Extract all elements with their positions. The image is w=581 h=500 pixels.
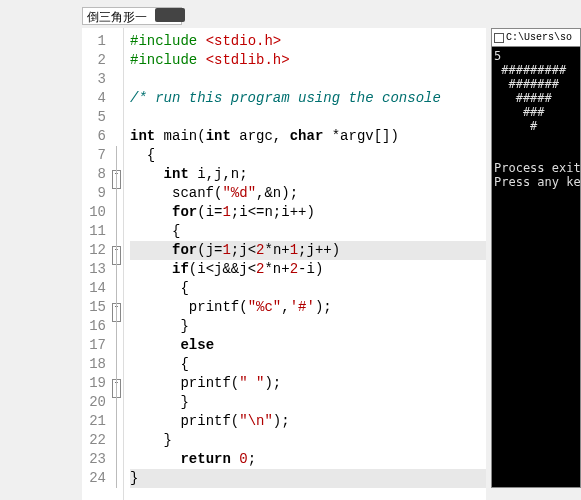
line-number: 3 [82, 70, 106, 89]
fold-cell [110, 431, 123, 450]
fold-cell [110, 32, 123, 51]
fold-cell [110, 127, 123, 146]
fold-cell [110, 203, 123, 222]
line-number-gutter: 123456789101112131415161718192021222324 [82, 28, 110, 500]
console-window[interactable]: C:\Users\so 5 ######### ####### ##### ##… [491, 28, 581, 488]
line-number: 7 [82, 146, 106, 165]
console-output: 5 ######### ####### ##### ### # Process … [492, 47, 580, 191]
fold-cell [110, 450, 123, 469]
fold-cell [110, 298, 123, 317]
code-line[interactable]: } [130, 393, 486, 412]
fold-cell[interactable]: - [110, 146, 123, 165]
line-number: 21 [82, 412, 106, 431]
code-line[interactable] [130, 108, 486, 127]
code-line[interactable]: return 0; [130, 450, 486, 469]
code-line[interactable] [130, 70, 486, 89]
fold-cell [110, 108, 123, 127]
fold-cell [110, 165, 123, 184]
fold-cell [110, 51, 123, 70]
code-editor[interactable]: 123456789101112131415161718192021222324 … [82, 28, 486, 500]
code-line[interactable]: printf("\n"); [130, 412, 486, 431]
fold-cell [110, 336, 123, 355]
line-number: 8 [82, 165, 106, 184]
code-line[interactable]: /* run this program using the console [130, 89, 486, 108]
console-titlebar[interactable]: C:\Users\so [492, 29, 580, 47]
code-line[interactable]: #include <stdio.h> [130, 32, 486, 51]
line-number: 11 [82, 222, 106, 241]
line-number: 2 [82, 51, 106, 70]
fold-cell[interactable]: - [110, 222, 123, 241]
code-line[interactable]: int i,j,n; [130, 165, 486, 184]
console-icon [494, 33, 504, 43]
fold-cell [110, 184, 123, 203]
console-title-text: C:\Users\so [506, 32, 572, 43]
fold-cell [110, 89, 123, 108]
code-line[interactable]: { [130, 146, 486, 165]
line-number: 24 [82, 469, 106, 488]
line-number: 4 [82, 89, 106, 108]
line-number: 10 [82, 203, 106, 222]
fold-cell [110, 412, 123, 431]
line-number: 15 [82, 298, 106, 317]
fold-cell [110, 241, 123, 260]
code-line[interactable]: } [130, 317, 486, 336]
line-number: 23 [82, 450, 106, 469]
code-area[interactable]: #include <stdio.h>#include <stdlib.h> /*… [124, 28, 486, 500]
fold-column[interactable]: ---- [110, 28, 124, 500]
code-line[interactable]: else [130, 336, 486, 355]
code-line[interactable]: printf(" "); [130, 374, 486, 393]
line-number: 22 [82, 431, 106, 450]
line-number: 1 [82, 32, 106, 51]
code-line[interactable]: #include <stdlib.h> [130, 51, 486, 70]
fold-cell [110, 374, 123, 393]
code-line[interactable]: int main(int argc, char *argv[]) [130, 127, 486, 146]
fold-cell[interactable]: - [110, 355, 123, 374]
fold-cell [110, 317, 123, 336]
fold-cell [110, 70, 123, 89]
fold-cell [110, 260, 123, 279]
code-line[interactable]: { [130, 355, 486, 374]
fold-cell[interactable]: - [110, 279, 123, 298]
line-number: 17 [82, 336, 106, 355]
line-number: 20 [82, 393, 106, 412]
fold-cell [110, 393, 123, 412]
code-line[interactable]: } [130, 431, 486, 450]
line-number: 19 [82, 374, 106, 393]
code-line[interactable]: { [130, 222, 486, 241]
line-number: 16 [82, 317, 106, 336]
code-line[interactable]: } [130, 469, 486, 488]
tab-smudge [155, 8, 185, 22]
line-number: 5 [82, 108, 106, 127]
code-line[interactable]: scanf("%d",&n); [130, 184, 486, 203]
line-number: 13 [82, 260, 106, 279]
line-number: 12 [82, 241, 106, 260]
line-number: 6 [82, 127, 106, 146]
line-number: 14 [82, 279, 106, 298]
code-line[interactable]: if(i<j&&j<2*n+2-i) [130, 260, 486, 279]
code-line[interactable]: for(i=1;i<=n;i++) [130, 203, 486, 222]
file-tab-label: 倒三角形一 [87, 11, 147, 25]
code-line[interactable]: { [130, 279, 486, 298]
line-number: 9 [82, 184, 106, 203]
code-line[interactable]: printf("%c",'#'); [130, 298, 486, 317]
fold-cell [110, 469, 123, 488]
line-number: 18 [82, 355, 106, 374]
code-line[interactable]: for(j=1;j<2*n+1;j++) [130, 241, 486, 260]
